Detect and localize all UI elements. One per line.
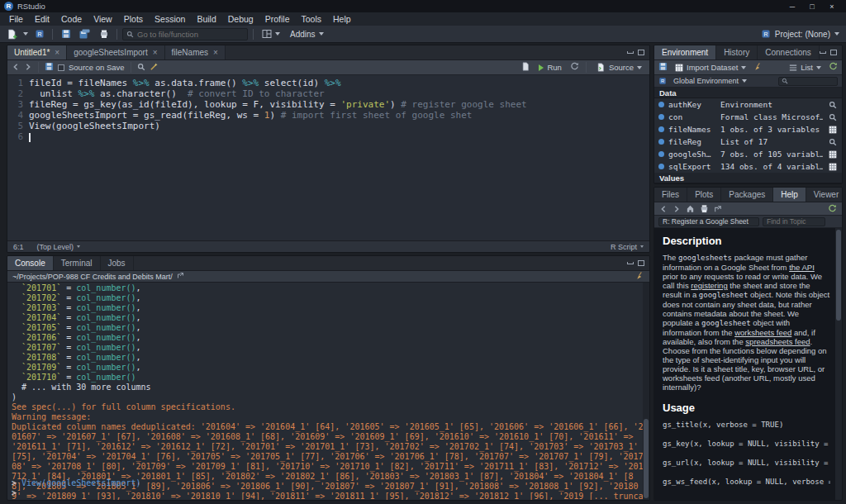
tab-plots[interactable]: Plots — [687, 188, 721, 202]
menu-help[interactable]: Help — [327, 13, 357, 25]
env-object-row[interactable]: fileRegList of 17 — [654, 136, 842, 148]
tab-environment[interactable]: Environment — [654, 45, 716, 59]
find-in-topic-input[interactable] — [763, 217, 825, 226]
menu-session[interactable]: Session — [149, 13, 191, 25]
env-section-header[interactable]: Data — [654, 88, 842, 98]
environment-search-field[interactable] — [791, 77, 834, 85]
view-data-icon[interactable] — [827, 150, 838, 159]
close-tab-icon[interactable]: × — [213, 48, 218, 57]
scope-selector[interactable]: (Top Level) — [34, 243, 84, 251]
panes-layout-button[interactable] — [259, 29, 283, 39]
minimize-pane-icon[interactable] — [627, 262, 634, 264]
inspect-object-icon[interactable] — [827, 113, 838, 121]
tab-viewer[interactable]: Viewer — [806, 188, 843, 202]
rerun-button[interactable] — [570, 62, 579, 73]
source-tab-fileNames[interactable]: fileNames× — [165, 45, 226, 59]
open-folder-icon[interactable] — [177, 272, 184, 281]
environment-search[interactable] — [778, 77, 838, 86]
refresh-environment-icon[interactable] — [829, 62, 838, 73]
new-file-caret-icon[interactable] — [23, 32, 28, 36]
doc-type-selector[interactable]: R Script — [611, 243, 644, 251]
maximize-pane-icon[interactable] — [638, 260, 644, 266]
tab-connections[interactable]: Connections — [758, 45, 820, 59]
save-workspace-button[interactable] — [658, 62, 668, 73]
menu-debug[interactable]: Debug — [222, 13, 259, 25]
scrollbar-thumb[interactable] — [644, 419, 649, 498]
menu-file[interactable]: File — [3, 13, 29, 25]
help-back-button[interactable] — [659, 202, 668, 216]
help-home-button[interactable] — [686, 202, 695, 216]
maximize-pane-icon[interactable] — [638, 50, 644, 55]
scope-dropdown[interactable]: Global Environment — [670, 77, 750, 85]
close-button[interactable]: × — [822, 2, 842, 11]
help-refresh-button[interactable] — [828, 202, 837, 216]
help-link[interactable]: spreadsheets feed — [745, 337, 810, 346]
env-object-row[interactable]: conFormal class Microsof… — [654, 111, 842, 123]
tab-packages[interactable]: Packages — [721, 188, 773, 202]
scrollbar-thumb[interactable] — [836, 230, 841, 321]
tab-history[interactable]: History — [716, 45, 758, 59]
maximize-button[interactable]: □ — [802, 2, 822, 11]
menu-edit[interactable]: Edit — [29, 13, 55, 25]
env-section-header[interactable]: Values — [654, 173, 842, 183]
maximize-pane-icon[interactable] — [830, 50, 837, 55]
tab-help[interactable]: Help — [773, 188, 806, 202]
env-object-row[interactable]: googleSh…7 obs. of 105 variabl… — [654, 148, 842, 160]
minimize-pane-icon[interactable] — [627, 51, 634, 54]
close-tab-icon[interactable]: × — [153, 48, 158, 57]
editor-code-area[interactable]: fileId = fileNames %>% as.data.frame() %… — [29, 78, 649, 240]
print-button[interactable] — [96, 27, 112, 40]
env-object-row[interactable]: authKeyEnvironment — [654, 98, 842, 111]
project-menu[interactable]: R Project: (None) — [761, 29, 842, 39]
new-project-button[interactable]: R — [31, 27, 47, 40]
new-file-button[interactable] — [4, 27, 20, 40]
code-tools-button[interactable] — [150, 62, 159, 73]
menu-profile[interactable]: Profile — [259, 13, 296, 25]
tab-terminal[interactable]: Terminal — [54, 256, 101, 270]
compile-report-icon[interactable] — [521, 62, 530, 73]
help-link[interactable]: registering — [691, 281, 727, 290]
help-new-window-button[interactable] — [714, 202, 722, 216]
goto-file-input[interactable] — [122, 28, 248, 40]
source-on-save-checkbox[interactable] — [58, 64, 64, 71]
source-button[interactable]: Source — [593, 63, 645, 72]
help-link[interactable]: worksheets feed — [734, 328, 791, 337]
inspect-object-icon[interactable] — [827, 101, 838, 109]
tab-console[interactable]: Console — [7, 256, 54, 270]
menu-view[interactable]: View — [88, 13, 118, 25]
back-button[interactable] — [12, 63, 20, 73]
list-view-dropdown[interactable]: List — [786, 63, 825, 72]
view-data-icon[interactable] — [827, 126, 838, 134]
code-editor[interactable]: 123456 fileId = fileNames %>% as.data.fr… — [7, 75, 649, 240]
help-link[interactable]: the API — [789, 263, 815, 272]
tab-jobs[interactable]: Jobs — [101, 256, 134, 270]
clear-objects-icon[interactable] — [753, 62, 763, 73]
console-output[interactable]: `201701` = col_number(), `201702` = col_… — [7, 283, 649, 500]
save-button[interactable] — [58, 27, 74, 40]
forward-button[interactable] — [24, 63, 32, 73]
help-print-button[interactable] — [700, 202, 709, 216]
find-replace-button[interactable] — [137, 63, 145, 73]
save-document-button[interactable] — [45, 62, 54, 73]
save-all-button[interactable] — [77, 27, 93, 40]
goto-file-field[interactable] — [137, 30, 236, 39]
env-object-row[interactable]: fileNames1 obs. of 3 variables — [654, 123, 842, 136]
menu-code[interactable]: Code — [55, 13, 88, 25]
close-tab-icon[interactable]: × — [55, 48, 59, 57]
view-data-icon[interactable] — [827, 163, 838, 171]
tab-files[interactable]: Files — [654, 188, 687, 202]
addins-dropdown[interactable]: Addins — [287, 30, 327, 39]
import-dataset-dropdown[interactable]: Import Dataset — [672, 63, 749, 72]
help-scrollbar[interactable] — [835, 228, 842, 500]
help-topic-input[interactable] — [658, 217, 759, 226]
menu-tools[interactable]: Tools — [295, 13, 327, 25]
minimize-pane-icon[interactable] — [820, 51, 826, 54]
console-scrollbar[interactable] — [643, 283, 649, 500]
help-forward-button[interactable] — [673, 202, 681, 216]
menu-build[interactable]: Build — [191, 13, 221, 25]
run-button[interactable]: Run — [535, 63, 564, 72]
source-tab-googleSheetsImport[interactable]: googleSheetsImport× — [67, 45, 164, 59]
menu-plots[interactable]: Plots — [118, 13, 149, 25]
minimize-button[interactable]: ─ — [782, 2, 802, 11]
source-tab-Untitled1[interactable]: Untitled1*× — [7, 45, 67, 59]
